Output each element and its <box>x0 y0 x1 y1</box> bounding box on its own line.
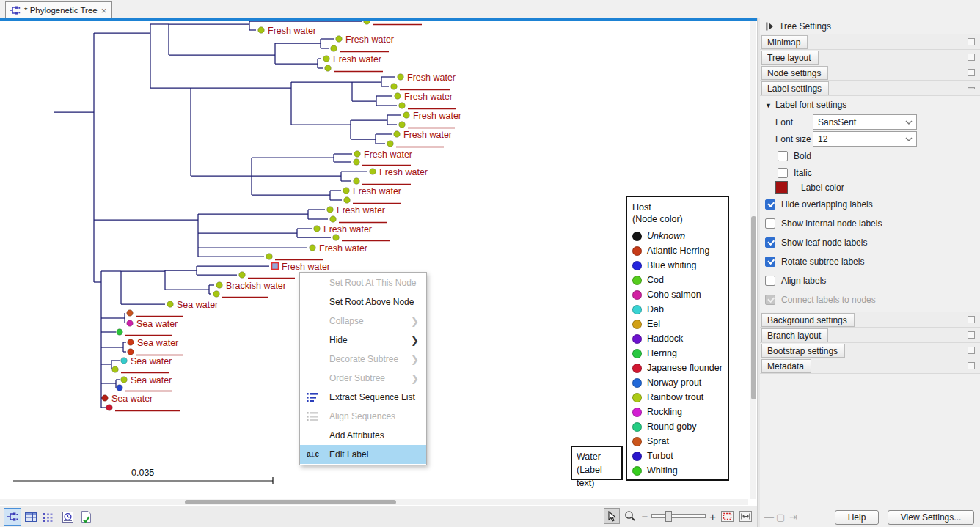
leaf-node-dot[interactable] <box>344 197 351 204</box>
leaf-node-dot[interactable] <box>128 349 134 355</box>
leaf-label[interactable]: Fresh water <box>282 262 330 272</box>
tree-leaf[interactable] <box>330 216 387 223</box>
tree-leaf-selected[interactable]: Fresh water <box>272 262 331 272</box>
tree-leaf[interactable] <box>391 84 450 90</box>
leaf-node-dot[interactable] <box>213 291 220 298</box>
checkbox[interactable] <box>765 257 775 267</box>
tree-leaf[interactable] <box>117 329 172 336</box>
tree-leaf[interactable] <box>213 291 268 298</box>
horizontal-scrollbar[interactable] <box>0 499 748 505</box>
tree-leaf[interactable]: Fresh water <box>323 54 381 65</box>
dock-panel-icon[interactable]: ⇥ <box>789 512 797 522</box>
zoom-slider-thumb[interactable] <box>665 511 672 522</box>
menu-item-collapse[interactable]: Collapse❯ <box>300 312 426 331</box>
leaf-label[interactable]: Fresh water <box>413 111 461 121</box>
tree-leaf[interactable]: Fresh water <box>310 243 368 254</box>
checkbox-row-rotate-subtree-labels[interactable]: Rotate subtree labels <box>765 256 864 267</box>
section-label[interactable]: Label settings <box>761 81 829 95</box>
section-label[interactable]: Branch layout <box>761 328 828 342</box>
tree-leaf[interactable]: Fresh water <box>403 111 461 121</box>
element-info-view-button[interactable] <box>78 509 94 525</box>
checkbox-row-align-labels[interactable]: Align labels <box>765 275 826 286</box>
menu-item-set-root-above-node[interactable]: Set Root Above Node <box>300 292 426 312</box>
leaf-node-dot[interactable] <box>354 178 360 185</box>
leaf-node-dot[interactable] <box>354 151 361 158</box>
collapse-section-icon[interactable] <box>968 87 975 89</box>
tree-leaf[interactable] <box>399 103 456 109</box>
leaf-node-dot[interactable] <box>333 235 340 241</box>
leaf-label[interactable]: Sea water <box>131 375 172 386</box>
expand-section-icon[interactable] <box>968 347 975 354</box>
tree-leaf[interactable]: Fresh water <box>354 150 412 160</box>
leaf-node-dot[interactable] <box>370 169 376 175</box>
leaf-node-dot[interactable] <box>239 272 246 279</box>
leaf-label[interactable]: Sea water <box>177 300 218 310</box>
checkbox[interactable] <box>765 276 775 286</box>
menu-item-align-sequences[interactable]: Align Sequences <box>300 407 426 426</box>
section-bootstrap-settings[interactable]: Bootstrap settings <box>760 343 980 358</box>
section-background-settings[interactable]: Background settings <box>760 312 980 328</box>
tree-leaf[interactable]: Fresh water <box>394 130 452 140</box>
fit-width-button[interactable] <box>720 509 734 523</box>
zoom-out-minus[interactable]: − <box>641 511 648 522</box>
leaf-node-dot[interactable] <box>354 159 360 166</box>
tree-leaf[interactable] <box>344 197 401 204</box>
bold-checkbox-row[interactable]: Bold <box>778 150 811 161</box>
menu-item-order-subtree[interactable]: Order Subtree❯ <box>300 369 426 388</box>
tree-leaf[interactable]: Sea water <box>127 319 178 329</box>
leaf-node-dot[interactable] <box>394 131 401 138</box>
leaf-label[interactable]: Sea water <box>111 394 153 404</box>
vertical-scrollbar[interactable] <box>750 21 756 499</box>
tree-leaf[interactable] <box>354 159 411 166</box>
history-view-button[interactable] <box>59 509 76 525</box>
zoom-in-plus[interactable]: + <box>709 511 716 522</box>
leaf-node-dot[interactable] <box>121 358 128 364</box>
checkbox-row-hide-overlapping-labels[interactable]: Hide overlapping labels <box>765 199 873 210</box>
leaf-label[interactable]: Fresh water <box>353 186 401 196</box>
leaf-node-dot[interactable] <box>330 216 337 223</box>
tree-leaf[interactable]: Fresh water <box>370 167 428 177</box>
leaf-node-dot[interactable] <box>323 56 330 62</box>
tree-leaf[interactable] <box>325 65 383 72</box>
tree-leaf[interactable]: Fresh water <box>336 34 394 45</box>
leaf-label[interactable]: Sea water <box>136 319 178 329</box>
leaf-node-dot[interactable] <box>331 45 337 52</box>
leaf-label[interactable]: Fresh water <box>379 167 428 177</box>
leaf-label[interactable]: Fresh water <box>345 34 394 45</box>
expand-section-icon[interactable] <box>968 316 975 323</box>
leaf-label[interactable]: Fresh water <box>364 150 412 160</box>
fit-selection-button[interactable] <box>738 509 753 523</box>
tree-leaf[interactable] <box>128 349 183 355</box>
tree-leaf[interactable]: Fresh water <box>398 73 456 83</box>
expand-section-icon[interactable] <box>968 362 975 369</box>
selected-node-marker[interactable] <box>272 263 279 270</box>
tree-leaf[interactable]: Sea water <box>102 394 153 404</box>
menu-item-add-attributes[interactable]: Add Attributes <box>300 426 426 445</box>
checkbox[interactable] <box>765 218 775 229</box>
tree-leaf[interactable]: Fresh water <box>395 92 453 102</box>
leaf-node-dot[interactable] <box>399 122 406 128</box>
menu-item-edit-label[interactable]: a⌶eEdit Label <box>300 445 426 464</box>
tree-leaf[interactable] <box>112 366 169 373</box>
tree-leaf[interactable] <box>117 385 172 391</box>
expand-section-icon[interactable] <box>968 69 975 76</box>
section-minimap[interactable]: Minimap <box>760 34 980 50</box>
tree-leaf[interactable] <box>266 254 323 260</box>
help-button[interactable]: Help <box>835 510 879 525</box>
leaf-node-dot[interactable] <box>127 320 134 327</box>
tree-leaf[interactable]: Fresh water <box>343 186 401 196</box>
leaf-node-dot[interactable] <box>102 395 109 402</box>
font-size-dropdown[interactable]: 12 <box>813 131 917 147</box>
checkbox-row-show-internal-node-labels[interactable]: Show internal node labels <box>765 218 882 229</box>
leaf-node-dot[interactable] <box>310 245 316 251</box>
leaf-label[interactable]: Fresh water <box>333 54 381 65</box>
tree-leaf[interactable] <box>354 178 411 185</box>
tree-leaf[interactable] <box>399 122 455 128</box>
leaf-node-dot[interactable] <box>399 103 406 109</box>
collapse-all-groups-icon[interactable]: — <box>764 512 774 522</box>
menu-item-decorate-subtree[interactable]: Decorate Subtree❯ <box>300 350 426 369</box>
section-label[interactable]: Background settings <box>761 313 855 327</box>
tree-leaf[interactable] <box>333 235 390 241</box>
tree-leaf[interactable] <box>106 405 180 411</box>
label-color-swatch[interactable] <box>775 181 788 194</box>
